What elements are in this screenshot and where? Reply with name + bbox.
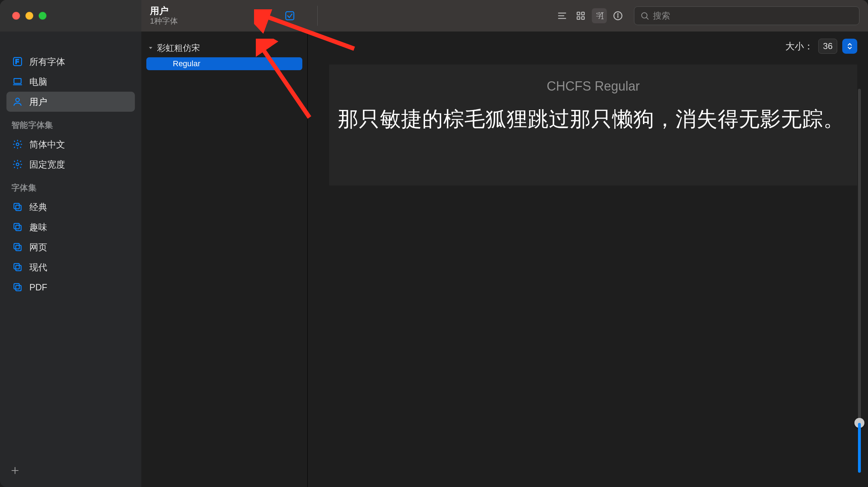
sidebar-item-label: 网页 <box>29 241 47 253</box>
svg-rect-27 <box>14 203 19 209</box>
size-dropdown-button[interactable] <box>842 39 857 54</box>
svg-rect-8 <box>577 17 580 20</box>
copy-icon <box>12 242 23 252</box>
font-family-row[interactable]: 彩虹粗仿宋 <box>141 40 307 56</box>
sidebar-item-label: 现代 <box>29 261 47 273</box>
sidebar-item-label: 电脑 <box>29 76 47 88</box>
checkbox-icon <box>284 10 295 21</box>
grid-icon <box>575 10 586 21</box>
sidebar-section-smart-header: 智能字体集 <box>6 115 135 134</box>
gear-icon <box>12 139 23 150</box>
size-slider-knob[interactable] <box>854 418 864 428</box>
gear-icon <box>12 159 23 170</box>
preview-sample-text[interactable]: 那只敏捷的棕毛狐狸跳过那只懒狗，消失得无影无踪。 <box>338 103 849 135</box>
sidebar-item-label: 简体中文 <box>29 139 65 150</box>
font-style-name: Regular <box>173 59 200 68</box>
chevron-up-down-icon <box>846 42 854 50</box>
plus-icon <box>10 466 20 475</box>
sample-view-button[interactable] <box>555 8 570 23</box>
sidebar-collections: 字体集 经典 趣味 网页 现代 <box>6 177 135 297</box>
minimize-window-button[interactable] <box>25 12 33 20</box>
sidebar-smart: 智能字体集 简体中文 固定宽度 <box>6 115 135 174</box>
info-icon <box>613 10 623 21</box>
sidebar-item-simplified-chinese[interactable]: 简体中文 <box>6 134 135 154</box>
svg-rect-31 <box>14 244 19 249</box>
view-switcher: 字 <box>555 8 625 23</box>
svg-rect-34 <box>16 285 21 291</box>
svg-rect-2 <box>286 12 294 20</box>
svg-rect-32 <box>16 265 21 271</box>
repertoire-view-button[interactable] <box>573 8 588 23</box>
search-input[interactable] <box>653 11 853 21</box>
sidebar-item-label: 用户 <box>29 96 47 108</box>
sidebar: F 所有字体 电脑 用户 智能字体集 <box>0 32 141 487</box>
preview-pane: 大小： 36 CHCFS Regular 那只敏捷的棕毛狐狸跳过那只懒狗，消失得… <box>308 32 868 487</box>
svg-point-25 <box>16 163 19 166</box>
sidebar-item-label: 固定宽度 <box>29 159 65 170</box>
svg-text:F: F <box>15 58 19 65</box>
add-collection-button[interactable] <box>9 464 21 477</box>
font-list-pane: 彩虹粗仿宋 Regular <box>141 32 308 487</box>
titlebar: 用户 1种字体 字 <box>0 0 868 32</box>
close-window-button[interactable] <box>12 12 20 20</box>
svg-rect-29 <box>14 223 19 229</box>
sidebar-item-label: 经典 <box>29 201 47 213</box>
copy-icon <box>12 222 23 232</box>
svg-rect-28 <box>16 225 21 231</box>
svg-rect-21 <box>14 78 21 83</box>
header-stack: 用户 1种字体 <box>150 5 243 26</box>
sidebar-item-label: 所有字体 <box>29 56 65 68</box>
svg-rect-30 <box>16 245 21 251</box>
svg-rect-9 <box>582 17 585 20</box>
sidebar-libraries: F 所有字体 电脑 用户 <box>6 52 135 112</box>
info-view-button[interactable] <box>610 8 625 23</box>
size-label: 大小： <box>785 40 813 53</box>
add-font-button[interactable] <box>255 8 270 23</box>
svg-rect-7 <box>582 12 585 15</box>
lines-icon <box>557 10 567 21</box>
search-field[interactable] <box>634 6 859 25</box>
chevron-down-icon <box>148 45 153 51</box>
font-count-subtitle: 1种字体 <box>150 16 243 26</box>
copy-icon <box>12 202 23 212</box>
copy-icon <box>12 262 23 273</box>
sidebar-item-modern[interactable]: 现代 <box>6 257 135 277</box>
preview-surface: CHCFS Regular 那只敏捷的棕毛狐狸跳过那只懒狗，消失得无影无踪。 <box>329 64 857 185</box>
glyph-cursor-icon: 字 <box>594 10 605 21</box>
svg-rect-35 <box>14 284 19 289</box>
user-icon <box>12 96 23 107</box>
sidebar-item-computer[interactable]: 电脑 <box>6 72 135 92</box>
size-slider[interactable] <box>858 89 861 473</box>
svg-line-18 <box>646 17 648 19</box>
enable-disable-font-button[interactable] <box>282 8 297 23</box>
titlebar-right: 字 <box>555 0 868 32</box>
sidebar-item-label: 趣味 <box>29 221 47 233</box>
font-icon: F <box>12 56 23 67</box>
sidebar-item-all-fonts[interactable]: F 所有字体 <box>6 52 135 72</box>
zoom-window-button[interactable] <box>39 12 47 20</box>
custom-view-button[interactable]: 字 <box>592 8 607 23</box>
sidebar-item-label: PDF <box>29 282 47 293</box>
svg-point-16 <box>618 14 618 14</box>
font-family-name: 彩虹粗仿宋 <box>157 42 200 54</box>
sidebar-bottom <box>6 461 135 481</box>
font-book-window: 用户 1种字体 字 <box>0 0 868 487</box>
svg-rect-26 <box>16 205 21 211</box>
collection-title: 用户 <box>150 5 243 16</box>
svg-rect-33 <box>14 264 19 269</box>
sidebar-item-user[interactable]: 用户 <box>6 92 135 112</box>
svg-point-24 <box>16 143 19 146</box>
plus-icon <box>257 10 268 21</box>
laptop-icon <box>12 76 23 87</box>
svg-point-23 <box>16 98 19 102</box>
sidebar-item-web[interactable]: 网页 <box>6 237 135 257</box>
font-style-row-selected[interactable]: Regular <box>146 57 302 70</box>
copy-icon <box>12 282 23 293</box>
size-value-field[interactable]: 36 <box>818 39 837 54</box>
sidebar-section-collections-header: 字体集 <box>6 177 135 197</box>
sidebar-item-classic[interactable]: 经典 <box>6 197 135 217</box>
sidebar-item-pdf[interactable]: PDF <box>6 277 135 297</box>
sidebar-item-fun[interactable]: 趣味 <box>6 217 135 237</box>
sidebar-item-fixed-width[interactable]: 固定宽度 <box>6 154 135 174</box>
svg-rect-6 <box>577 12 580 15</box>
